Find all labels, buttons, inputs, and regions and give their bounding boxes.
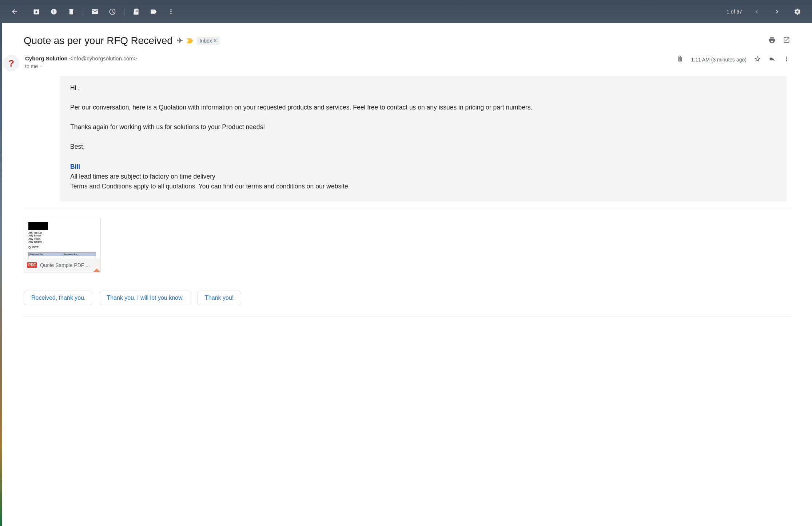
remove-label-icon[interactable]: × (214, 37, 217, 44)
pdf-badge: PDF (27, 262, 37, 268)
body-closing: Best, (70, 142, 776, 152)
smart-reply-3[interactable]: Thank you! (197, 291, 241, 305)
more-button[interactable] (162, 3, 180, 20)
open-new-window-button[interactable] (783, 36, 790, 45)
mark-unread-button[interactable] (86, 3, 104, 20)
sender-email: <info@cyborgsolution.com> (69, 55, 137, 61)
sender-avatar: ? (3, 55, 19, 71)
sender-name[interactable]: Cyborg Solution (25, 55, 68, 61)
fold-corner-icon (93, 265, 100, 272)
message-more-button[interactable] (783, 55, 790, 64)
attachment-filename: Quote Sample PDF ... (40, 262, 97, 268)
newer-button[interactable] (748, 3, 765, 20)
reply-button[interactable] (768, 55, 776, 64)
smart-reply-1[interactable]: Received, thank you. (24, 291, 93, 305)
settings-button[interactable] (789, 3, 806, 20)
labels-button[interactable] (145, 3, 162, 20)
older-button[interactable] (768, 3, 786, 20)
smart-reply-row: Received, thank you. Thank you, I will l… (24, 291, 790, 305)
action-toolbar: 1 of 37 (0, 0, 812, 23)
disclaimer-2: Terms and Conditions apply to all quotat… (70, 182, 776, 191)
email-subject: Quote as per your RFQ Received (24, 35, 173, 47)
spam-button[interactable] (45, 3, 63, 20)
email-body: Hi , Per our conversation, here is a Quo… (60, 76, 787, 202)
label-text: Inbox (200, 38, 212, 44)
inbox-label-chip[interactable]: Inbox × (197, 37, 220, 45)
smart-reply-2[interactable]: Thank you, I will let you know. (99, 291, 191, 305)
attachment-indicator-icon[interactable] (676, 55, 684, 64)
print-button[interactable] (768, 36, 776, 45)
page-counter: 1 of 37 (727, 9, 742, 15)
star-button[interactable] (754, 55, 761, 64)
signature-name: Bill (70, 163, 80, 170)
snooze-button[interactable] (104, 3, 121, 20)
move-to-button[interactable] (127, 3, 145, 20)
body-greeting: Hi , (70, 83, 776, 93)
back-button[interactable] (6, 3, 23, 20)
attachment-preview: Jak-Tek Ltd Any Street Any Town Any Wher… (24, 218, 100, 258)
plane-icon: ✈ (176, 36, 183, 45)
bottom-divider (24, 316, 790, 316)
disclaimer-1: All lead times are subject to factory on… (70, 172, 776, 182)
attachment-card[interactable]: Jak-Tek Ltd Any Street Any Town Any Wher… (24, 218, 101, 272)
chevron-down-icon (39, 64, 43, 68)
recipient-dropdown[interactable]: to me (25, 63, 137, 69)
important-marker-icon[interactable] (187, 38, 193, 43)
delete-button[interactable] (63, 3, 80, 20)
archive-button[interactable] (28, 3, 45, 20)
body-p2: Thanks again for working with us for sol… (70, 122, 776, 132)
divider (24, 209, 790, 209)
body-p1: Per our conversation, here is a Quotatio… (70, 103, 776, 112)
email-timestamp: 1:11 AM (3 minutes ago) (691, 57, 747, 63)
